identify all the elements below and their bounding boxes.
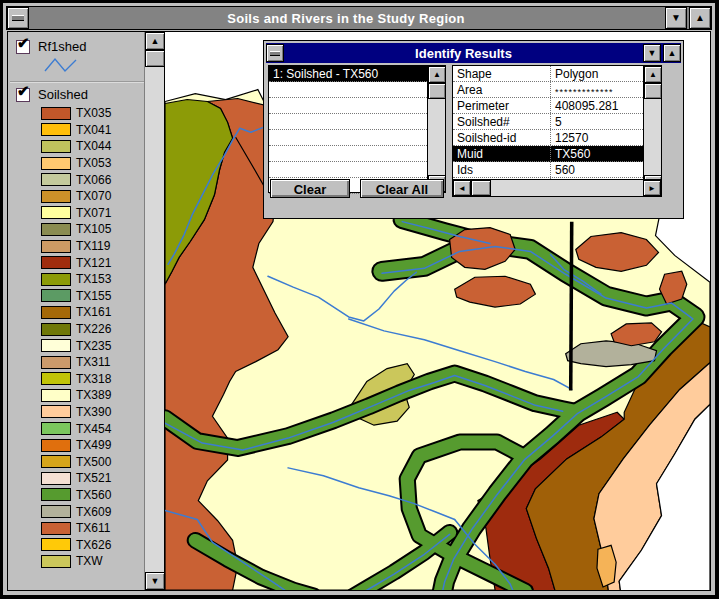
legend-class-row[interactable]: TX609: [8, 503, 164, 520]
legend-class-label: TX626: [76, 538, 111, 552]
result-list-item[interactable]: [269, 114, 427, 130]
window-maximize-button[interactable]: ▲: [689, 7, 711, 29]
legend-class-label: TX318: [76, 372, 111, 386]
legend-class-row[interactable]: TX041: [8, 122, 164, 139]
legend-class-label: TX611: [76, 521, 110, 535]
legend-class-row[interactable]: TX071: [8, 205, 164, 222]
rf1shed-checkbox[interactable]: ✔: [16, 40, 30, 54]
legend-class-label: TX044: [76, 139, 111, 153]
legend-theme-soilshed[interactable]: ✔ Soilshed: [8, 85, 164, 102]
dialog-titlebar[interactable]: Identify Results ▼ ▲: [266, 43, 681, 63]
result-list-item[interactable]: [269, 130, 427, 146]
attribute-field-value: 5: [551, 114, 643, 129]
dialog-minimize-button[interactable]: ▼: [643, 44, 661, 62]
legend-class-row[interactable]: TX521: [8, 470, 164, 487]
attribute-row[interactable]: Ids560: [453, 162, 643, 178]
attribute-table[interactable]: ShapePolygonArea*************Perimeter40…: [452, 65, 662, 193]
result-list-item[interactable]: 1: Soilshed - TX560: [269, 66, 427, 82]
attribute-row[interactable]: Perimeter408095.281: [453, 98, 643, 114]
attribute-table-scrollbar[interactable]: ▲ ▼: [643, 66, 661, 192]
legend-class-label: TX155: [76, 289, 111, 303]
legend-class-row[interactable]: TX626: [8, 536, 164, 553]
legend-class-row[interactable]: TX560: [8, 487, 164, 504]
legend-class-row[interactable]: TX053: [8, 155, 164, 172]
legend-class-row[interactable]: TX161: [8, 304, 164, 321]
dialog-system-menu-button[interactable]: [266, 44, 284, 62]
legend-color-swatch: [41, 372, 71, 385]
legend-color-swatch: [41, 107, 71, 120]
scroll-down-icon[interactable]: ▼: [145, 572, 165, 590]
legend-class-row[interactable]: TX155: [8, 288, 164, 305]
legend-scrollbar-thumb[interactable]: [145, 50, 165, 67]
legend-color-swatch: [41, 505, 71, 518]
legend-class-label: TX066: [76, 173, 111, 187]
legend-class-row[interactable]: TX454: [8, 420, 164, 437]
legend-class-label: TX311: [76, 355, 110, 369]
attribute-table-hscrollbar[interactable]: ◄ ►: [452, 179, 662, 197]
checkmark-icon: ✔: [17, 34, 30, 52]
attribute-field-value: Polygon: [551, 66, 643, 81]
scroll-up-icon[interactable]: ▲: [145, 32, 165, 50]
legend-class-row[interactable]: TX390: [8, 404, 164, 421]
legend-class-row[interactable]: TX105: [8, 221, 164, 238]
legend-class-label: TX499: [76, 438, 111, 452]
legend-class-row[interactable]: TX119: [8, 238, 164, 255]
legend-class-row[interactable]: TXW: [8, 553, 164, 570]
attribute-field-value: 408095.281: [551, 98, 643, 113]
legend-class-row[interactable]: TX389: [8, 387, 164, 404]
legend-class-row[interactable]: TX611: [8, 520, 164, 537]
legend-class-row[interactable]: TX318: [8, 371, 164, 388]
soilshed-checkbox[interactable]: ✔: [16, 88, 30, 102]
result-list-item[interactable]: [269, 98, 427, 114]
attribute-row[interactable]: Area*************: [453, 82, 643, 98]
legend-class-row[interactable]: TX311: [8, 354, 164, 371]
legend-class-row[interactable]: TX499: [8, 437, 164, 454]
legend-class-label: TX609: [76, 505, 111, 519]
attribute-row[interactable]: MuidTX560: [453, 146, 643, 162]
rf1shed-label: Rf1shed: [38, 39, 86, 54]
legend-color-swatch: [41, 455, 71, 468]
legend-color-swatch: [41, 306, 71, 319]
window-minimize-button[interactable]: ▼: [665, 7, 687, 29]
legend-color-swatch: [41, 140, 71, 153]
legend-scrollbar[interactable]: ▲ ▼: [144, 32, 164, 590]
attribute-row[interactable]: ShapePolygon: [453, 66, 643, 82]
dialog-maximize-button[interactable]: ▲: [663, 44, 681, 62]
legend-class-row[interactable]: TX121: [8, 254, 164, 271]
legend-class-row[interactable]: TX070: [8, 188, 164, 205]
window-system-menu-button[interactable]: [7, 7, 29, 29]
system-menu-icon: [12, 16, 24, 20]
attribute-field-name: Muid: [453, 146, 551, 161]
scroll-up-icon[interactable]: ▲: [428, 66, 446, 83]
legend-color-swatch: [41, 522, 71, 535]
identify-results-list[interactable]: 1: Soilshed - TX560 ▲ ▼: [268, 65, 446, 193]
clear-all-button[interactable]: Clear All: [360, 179, 444, 198]
legend-class-row[interactable]: TX226: [8, 321, 164, 338]
legend-class-label: TX235: [76, 339, 111, 353]
legend-color-swatch: [41, 472, 71, 485]
scroll-right-icon[interactable]: ►: [643, 180, 661, 196]
legend-class-row[interactable]: TX066: [8, 171, 164, 188]
legend-class-label: TX119: [76, 239, 110, 253]
window-titlebar: Soils and Rivers in the Study Region ▼ ▲: [6, 6, 712, 30]
result-list-item[interactable]: [269, 82, 427, 98]
result-list-item[interactable]: [269, 146, 427, 162]
attribute-row[interactable]: Soilshed#5: [453, 114, 643, 130]
legend-class-row[interactable]: TX235: [8, 337, 164, 354]
legend-class-label: TX560: [76, 488, 111, 502]
legend-class-label: TX153: [76, 272, 111, 286]
legend-class-row[interactable]: TX500: [8, 453, 164, 470]
result-list-item[interactable]: [269, 162, 427, 178]
legend-separator: [10, 81, 162, 83]
scroll-left-icon[interactable]: ◄: [453, 180, 471, 196]
legend-class-row[interactable]: TX035: [8, 105, 164, 122]
scroll-up-icon[interactable]: ▲: [644, 66, 662, 83]
legend-class-row[interactable]: TX044: [8, 138, 164, 155]
results-list-scrollbar[interactable]: ▲ ▼: [427, 66, 445, 192]
clear-button[interactable]: Clear: [270, 179, 350, 198]
legend-class-row[interactable]: TX153: [8, 271, 164, 288]
legend-theme-rf1shed[interactable]: ✔ Rf1shed: [8, 32, 164, 54]
attribute-row[interactable]: Soilshed-id12570: [453, 130, 643, 146]
legend-color-swatch: [41, 389, 71, 402]
attribute-field-name: Shape: [453, 66, 551, 81]
